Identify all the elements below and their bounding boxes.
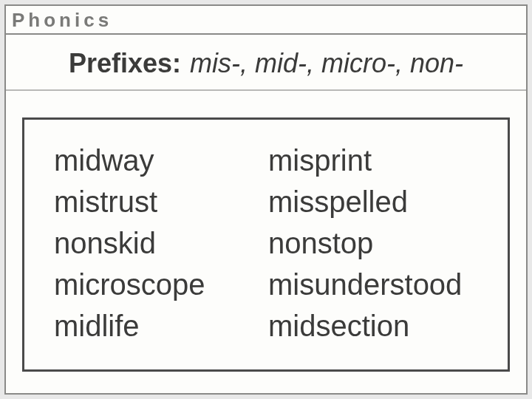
list-item: nonstop bbox=[268, 225, 493, 262]
section-header: Phonics bbox=[6, 6, 526, 35]
list-item: misunderstood bbox=[268, 266, 493, 303]
slide-frame: Phonics Prefixes: mis-, mid-, micro-, no… bbox=[4, 4, 528, 395]
list-item: nonskid bbox=[54, 225, 246, 262]
list-item: mistrust bbox=[54, 183, 246, 220]
word-column-right: misprint misspelled nonstop misunderstoo… bbox=[268, 142, 493, 344]
list-item: misprint bbox=[268, 142, 493, 179]
title-prefix-list: mis-, mid-, micro-, non- bbox=[190, 48, 463, 79]
title-prefix-label: Prefixes: bbox=[69, 48, 181, 79]
list-item: microscope bbox=[54, 266, 246, 303]
word-column-left: midway mistrust nonskid microscope midli… bbox=[54, 142, 246, 344]
title-row: Prefixes: mis-, mid-, micro-, non- bbox=[6, 35, 526, 91]
list-item: midway bbox=[54, 142, 246, 179]
list-item: midsection bbox=[268, 307, 493, 344]
list-item: misspelled bbox=[268, 183, 493, 220]
list-item: midlife bbox=[54, 307, 246, 344]
word-list-box: midway mistrust nonskid microscope midli… bbox=[22, 117, 510, 372]
